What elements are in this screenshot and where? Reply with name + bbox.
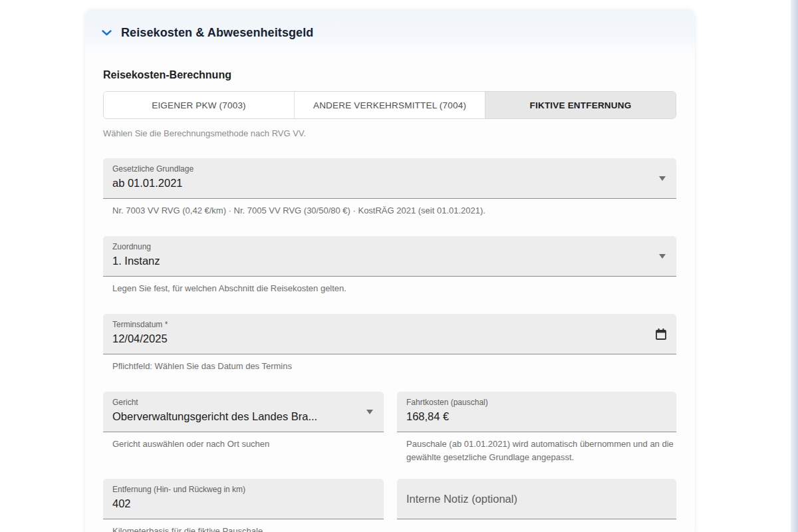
dropdown-arrow-icon [659,254,666,259]
field-value: 402 [112,497,357,510]
field-helper: Legen Sie fest, für welchen Abschnitt di… [112,282,676,295]
field-helper: Pflichtfeld: Wählen Sie das Datum des Te… [112,360,676,373]
gericht-fahrtkosten-row: Gericht Oberverwaltungsgericht des Lande… [103,392,676,464]
field-label: Entfernung (Hin- und Rückweg in km) [112,485,357,495]
zuordnung-select[interactable]: Zuordnung 1. Instanz [103,236,676,277]
panel-title: Reisekosten & Abwesenheitsgeld [121,26,313,40]
field-label: Gericht [112,398,357,408]
field-label: Gesetzliche Grundlage [112,164,650,174]
terminsdatum-group: Terminsdatum * 12/04/2025 Pflichtfeld: W… [103,314,676,373]
field-value: 1. Instanz [112,255,650,267]
field-helper: Nr. 7003 VV RVG (0,42 €/km) · Nr. 7005 V… [112,204,676,217]
field-placeholder: Interne Notiz (optional) [406,493,517,505]
section-title: Reisekosten-Berechnung [103,69,676,81]
gesetzliche-grundlage-group: Gesetzliche Grundlage ab 01.01.2021 Nr. … [103,158,676,217]
entfernung-group: Entfernung (Hin- und Rückweg in km) 402 … [103,479,384,532]
field-helper: Gericht auswählen oder nach Ort suchen [112,438,384,451]
field-value: Oberverwaltungsgericht des Landes Bra... [112,410,357,423]
entfernung-notiz-row: Entfernung (Hin- und Rückweg in km) 402 … [103,479,676,532]
field-value: ab 01.01.2021 [112,177,650,190]
interne-notiz-group: Interne Notiz (optional) [397,479,676,532]
fahrtkosten-input[interactable]: Fahrtkosten (pauschal) 168,84 € [397,392,676,432]
reisekosten-panel: Reisekosten & Abwesenheitsgeld Reisekost… [85,9,695,532]
field-value: 168,84 € [406,410,650,423]
fahrtkosten-group: Fahrtkosten (pauschal) 168,84 € Pauschal… [397,392,676,464]
calculation-method-tabs: EIGENER PKW (7003) ANDERE VERKEHRSMITTEL… [103,91,676,119]
page: Reisekosten & Abwesenheitsgeld Reisekost… [0,0,798,532]
terminsdatum-date-input[interactable]: Terminsdatum * 12/04/2025 [103,314,676,354]
tab-eigener-pkw[interactable]: EIGENER PKW (7003) [104,92,294,118]
field-helper: Kilometerbasis für die fiktive Pauschale [112,525,384,532]
zuordnung-group: Zuordnung 1. Instanz Legen Sie fest, für… [103,236,676,295]
chevron-down-icon [102,30,112,36]
dropdown-arrow-icon [366,410,373,414]
field-label: Fahrtkosten (pauschal) [406,398,650,408]
field-value: 12/04/2025 [112,332,650,345]
dropdown-arrow-icon [659,176,666,181]
vertical-scrollbar[interactable] [791,0,798,532]
entfernung-input[interactable]: Entfernung (Hin- und Rückweg in km) 402 [103,479,384,519]
panel-header-toggle[interactable]: Reisekosten & Abwesenheitsgeld [85,9,695,56]
gesetzliche-grundlage-select[interactable]: Gesetzliche Grundlage ab 01.01.2021 [103,158,676,199]
field-label: Zuordnung [112,242,650,252]
interne-notiz-input[interactable]: Interne Notiz (optional) [397,479,676,519]
gericht-group: Gericht Oberverwaltungsgericht des Lande… [103,392,384,464]
tabs-helper-text: Wählen Sie die Berechnungsmethode nach R… [103,128,676,138]
calendar-icon[interactable] [655,328,667,340]
field-label: Terminsdatum * [112,320,650,330]
tab-fiktive-entfernung[interactable]: FIKTIVE ENTFERNUNG [485,92,676,118]
tab-andere-verkehrsmittel[interactable]: ANDERE VERKEHRSMITTEL (7004) [294,92,485,118]
panel-content: Reisekosten-Berechnung EIGENER PKW (7003… [85,69,695,532]
field-helper: Pauschale (ab 01.01.2021) wird automatis… [406,438,676,464]
gericht-select[interactable]: Gericht Oberverwaltungsgericht des Lande… [103,392,384,432]
